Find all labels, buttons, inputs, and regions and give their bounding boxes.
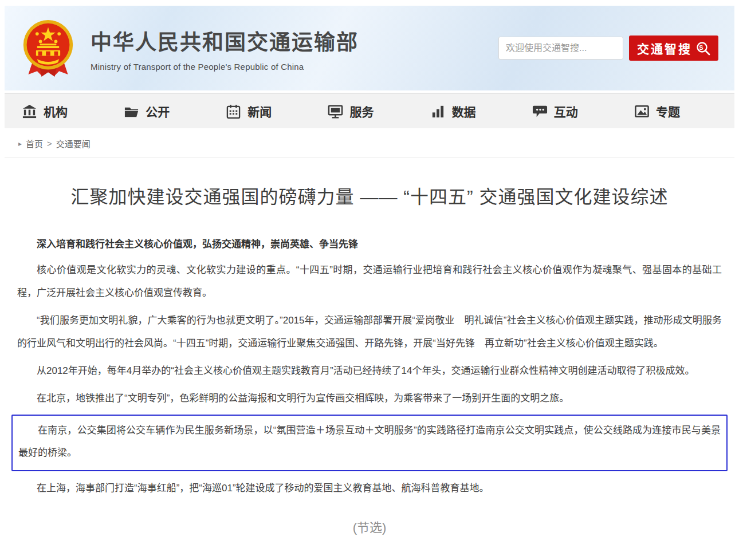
smart-search-button[interactable]: 交通智搜 S xyxy=(629,36,718,61)
china-national-emblem-icon xyxy=(21,18,76,78)
main-nav: 机构 公开 新闻 xyxy=(5,93,734,128)
svg-text:S: S xyxy=(699,44,705,51)
bank-icon xyxy=(22,104,37,119)
nav-label: 互动 xyxy=(554,102,578,120)
nav-label: 机构 xyxy=(44,102,68,120)
nav-item-data[interactable]: 数据 xyxy=(430,102,476,120)
nav-item-interaction[interactable]: 互动 xyxy=(532,102,578,120)
nav-label: 数据 xyxy=(452,102,476,120)
speech-bubble-icon xyxy=(532,104,548,119)
breadcrumb-caret-icon: ▸ xyxy=(18,140,22,148)
breadcrumb-home-link[interactable]: 首页 xyxy=(26,137,43,149)
search-input[interactable] xyxy=(498,37,623,60)
nav-label: 公开 xyxy=(146,102,170,120)
article-lead: 深入培育和践行社会主义核心价值观，弘扬交通精神，崇尚英雄、争当先锋 xyxy=(17,233,722,255)
article-paragraph-highlighted: 在南京，公交集团将公交车辆作为民生服务新场景，以“氛围营造＋场景互动＋文明服务”… xyxy=(11,415,728,472)
monitor-icon xyxy=(328,104,343,119)
nav-label: 新闻 xyxy=(247,102,272,120)
site-subtitle: Ministry of Transport of the People's Re… xyxy=(91,62,359,72)
picture-icon xyxy=(634,104,650,119)
breadcrumb: ▸ 首页 > 交通要闻 xyxy=(5,128,734,158)
breadcrumb-section-link[interactable]: 交通要闻 xyxy=(56,137,91,149)
magnifier-s-icon: S xyxy=(695,41,710,56)
folder-icon xyxy=(124,104,139,119)
site-header: 中华人民共和国交通运输部 Ministry of Transport of th… xyxy=(5,6,734,90)
nav-item-topics[interactable]: 专题 xyxy=(634,102,680,120)
search-zone: 交通智搜 S xyxy=(498,36,718,61)
site-title: 中华人民共和国交通运输部 xyxy=(91,25,359,56)
article-paragraph: 从2012年开始，每年4月举办的“社会主义核心价值观主题实践教育月”活动已经持续… xyxy=(17,360,722,382)
site-brand: 中华人民共和国交通运输部 Ministry of Transport of th… xyxy=(91,25,359,72)
nav-item-news[interactable]: 新闻 xyxy=(226,102,272,120)
calendar-icon xyxy=(226,104,241,119)
page: 中华人民共和国交通运输部 Ministry of Transport of th… xyxy=(0,6,739,560)
article-paragraph: “我们服务更加文明礼貌，广大乘客的行为也就更文明了。”2015年，交通运输部部署… xyxy=(17,309,722,355)
article-paragraph: 在北京，地铁推出了“文明专列”，色彩鲜明的公益海报和文明行为宣传画交相辉映，为乘… xyxy=(17,387,722,410)
nav-item-disclosure[interactable]: 公开 xyxy=(124,102,170,120)
breadcrumb-separator: > xyxy=(47,139,52,148)
nav-item-services[interactable]: 服务 xyxy=(328,102,374,120)
nav-item-institutions[interactable]: 机构 xyxy=(22,102,68,120)
nav-label: 服务 xyxy=(349,102,374,120)
article-paragraph: 在上海，海事部门打造“海事红船”，把“海巡01”轮建设成了移动的爱国主义教育基地… xyxy=(17,477,722,500)
nav-label: 专题 xyxy=(656,102,680,120)
article-paragraph: 核心价值观是文化软实力的灵魂、文化软实力建设的重点。“十四五”时期，交通运输行业… xyxy=(17,259,722,305)
excerpt-note: (节选) xyxy=(17,517,722,535)
bar-chart-icon xyxy=(430,104,446,119)
search-button-label: 交通智搜 xyxy=(637,40,692,57)
article: 汇聚加快建设交通强国的磅礴力量 —— “十四五” 交通强国文化建设综述 深入培育… xyxy=(0,158,739,535)
article-title: 汇聚加快建设交通强国的磅礴力量 —— “十四五” 交通强国文化建设综述 xyxy=(17,184,722,210)
